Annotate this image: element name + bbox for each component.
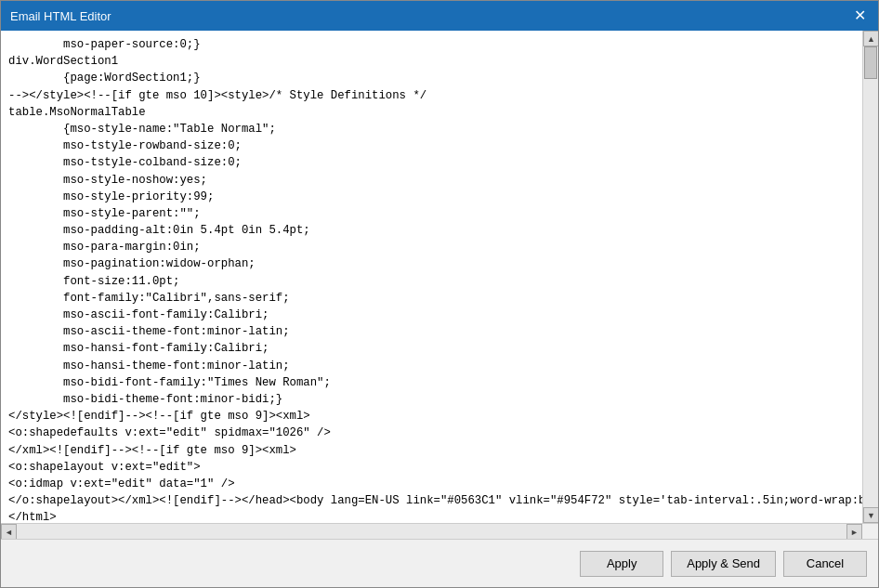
email-html-editor-dialog: Email HTML Editor ✕ mso-paper-source:0;}… [0, 0, 879, 588]
horizontal-scrollbar: ◄ ► [1, 523, 878, 539]
scroll-track-vertical[interactable] [863, 46, 878, 507]
scroll-track-horizontal[interactable] [17, 524, 846, 539]
editor-inner: mso-paper-source:0;} div.WordSection1 {p… [1, 31, 878, 523]
vertical-scrollbar: ▲ ▼ [862, 31, 878, 523]
editor-wrapper: mso-paper-source:0;} div.WordSection1 {p… [1, 31, 878, 539]
dialog-title: Email HTML Editor [10, 9, 112, 23]
scroll-left-button[interactable]: ◄ [1, 524, 17, 539]
scrollbar-corner [862, 524, 878, 539]
title-bar: Email HTML Editor ✕ [1, 1, 878, 31]
scroll-up-button[interactable]: ▲ [863, 31, 878, 46]
close-button[interactable]: ✕ [850, 7, 869, 25]
scroll-right-button[interactable]: ► [846, 524, 862, 539]
apply-button[interactable]: Apply [580, 551, 663, 577]
dialog-footer: Apply Apply & Send Cancel [1, 539, 878, 587]
cancel-button[interactable]: Cancel [783, 551, 867, 577]
scroll-thumb-vertical[interactable] [864, 46, 877, 79]
code-editor[interactable]: mso-paper-source:0;} div.WordSection1 {p… [1, 31, 862, 523]
apply-send-button[interactable]: Apply & Send [671, 551, 776, 577]
scroll-down-button[interactable]: ▼ [863, 507, 878, 523]
